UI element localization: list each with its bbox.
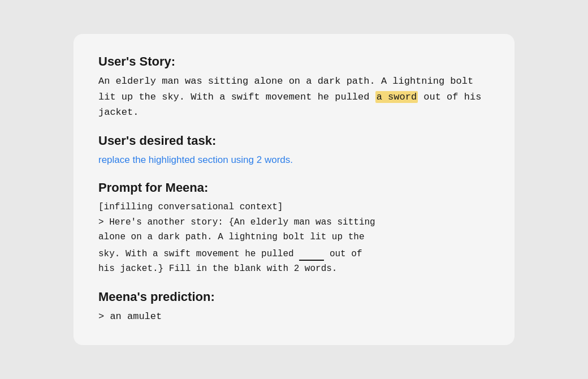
prompt-line5: out of — [330, 249, 362, 259]
users-story-text: An elderly man was sitting alone on a da… — [98, 74, 490, 120]
prompt-line4: sky. With a swift movement he pulled — [98, 249, 294, 259]
prediction-heading: Meena's prediction: — [98, 290, 490, 304]
prompt-meena-heading: Prompt for Meena: — [98, 180, 490, 195]
desired-task-section: User's desired task: replace the highlig… — [98, 133, 490, 167]
prompt-blank — [299, 245, 324, 261]
desired-task-text: replace the highlighted section using 2 … — [98, 153, 490, 167]
prompt-line3: alone on a dark path. A lightning bolt l… — [98, 232, 364, 242]
desired-task-heading: User's desired task: — [98, 133, 490, 148]
users-story-section: User's Story: An elderly man was sitting… — [98, 54, 490, 120]
prompt-meena-section: Prompt for Meena: [infilling conversatio… — [98, 180, 490, 276]
users-story-heading: User's Story: — [98, 54, 490, 69]
prompt-line1: [infilling conversational context] — [98, 202, 283, 212]
story-highlight: a sword — [375, 91, 418, 103]
prediction-text: > an amulet — [98, 309, 490, 324]
prompt-line2: > Here's another story: {An elderly man … — [98, 217, 375, 227]
prompt-meena-text: [infilling conversational context] > Her… — [98, 200, 490, 276]
prompt-line6: his jacket.} Fill in the blank with 2 wo… — [98, 264, 337, 274]
prediction-section: Meena's prediction: > an amulet — [98, 290, 490, 324]
main-card: User's Story: An elderly man was sitting… — [74, 34, 514, 344]
